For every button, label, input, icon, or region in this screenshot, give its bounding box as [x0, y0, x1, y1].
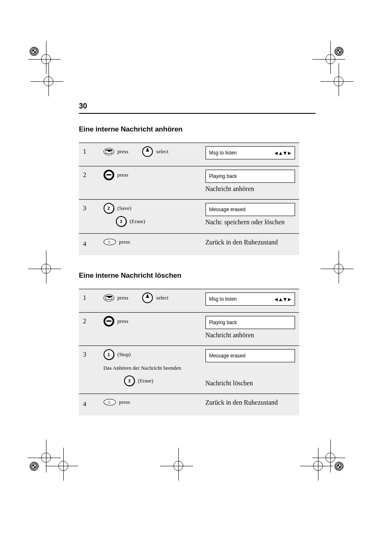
display-text: Playing back [209, 320, 237, 325]
display-text: Playing back [209, 173, 237, 179]
action-label: press [118, 148, 129, 155]
step-description: Nachr. speichern oder löschen [205, 219, 295, 226]
step-number: 4 [83, 239, 104, 248]
step-row: 4 C press Zurück in den Ruhezustand [79, 234, 299, 255]
crop-mark-icon [32, 45, 57, 70]
keypad-button-icon: 2 [104, 203, 114, 214]
display-text: Msg to listen [209, 296, 237, 302]
knob-icon [142, 292, 153, 303]
lcd-display: Playing back [205, 170, 295, 183]
nav-arrows-icon: ◄▲▼► [274, 296, 291, 302]
step-description: Nachricht löschen [205, 380, 295, 387]
step-description: Zurück in den Ruhezustand [205, 399, 295, 406]
page-content: 30 Eine interne Nachricht anhören 1 pres… [79, 102, 316, 415]
step-row: 2 press Playing back Nachricht anhören [79, 166, 299, 199]
knob-icon [142, 146, 153, 157]
action-label: press [119, 239, 130, 245]
cancel-button-icon: C [104, 239, 116, 245]
step-description: Zurück in den Ruhezustand [205, 239, 295, 246]
play-icon [104, 170, 114, 180]
lcd-display: Message erased [205, 349, 295, 362]
display-text: Message erased [209, 353, 246, 359]
section-title-delete: Eine interne Nachricht löschen [79, 272, 316, 280]
section-title-listen: Eine interne Nachricht anhören [79, 125, 316, 134]
action-label: select [156, 148, 168, 155]
step-description: Nachricht anhören [205, 185, 295, 193]
step-description: Nachricht anhören [205, 332, 295, 339]
action-label: (Stop) [118, 351, 131, 358]
crop-mark-icon [304, 452, 329, 477]
play-icon [104, 316, 114, 327]
page-number: 30 [79, 102, 316, 111]
step-number: 3 [83, 349, 104, 358]
action-label: press [118, 295, 129, 301]
step-number: 1 [83, 292, 104, 302]
crop-mark-icon [325, 255, 349, 279]
crop-mark-icon [35, 67, 59, 92]
step-row: 1 press select Msg to listen ◄▲▼► [79, 143, 299, 166]
display-text: Message erased [209, 207, 246, 212]
crop-mark-icon [325, 67, 349, 92]
lcd-display: Playing back [205, 316, 295, 329]
action-label: (Erase) [130, 218, 145, 225]
keypad-button-icon: 3 [116, 216, 127, 227]
lcd-display: Msg to listen ◄▲▼► [205, 146, 295, 159]
cancel-button-icon: C [104, 399, 116, 405]
action-label: press [119, 399, 130, 405]
step-description: Das Anhören der Nachricht beenden [104, 365, 205, 371]
step-number: 4 [83, 399, 104, 408]
step-row: 4 C press Zurück in den Ruhezustand [79, 394, 299, 415]
crop-mark-icon [164, 452, 189, 477]
action-label: press [118, 318, 129, 325]
action-label: (Erase) [138, 378, 154, 384]
lcd-display: Message erased [205, 203, 295, 216]
step-number: 2 [83, 316, 104, 325]
panel-listen: 1 press select Msg to listen ◄▲▼► 2 [79, 143, 299, 255]
mail-icon [104, 294, 114, 302]
display-text: Msg to listen [209, 150, 237, 156]
keypad-button-icon: 3 [124, 375, 135, 386]
step-number: 1 [83, 146, 104, 155]
crop-mark-icon [32, 255, 57, 279]
crop-mark-icon [49, 452, 74, 477]
lcd-display: Msg to listen ◄▲▼► [205, 292, 295, 306]
nav-arrows-icon: ◄▲▼► [274, 150, 291, 156]
action-label: (Save) [118, 205, 131, 212]
mail-icon [104, 148, 114, 155]
panel-delete: 1 press select Msg to listen ◄▲▼► 2 [79, 289, 299, 415]
step-row: 3 1 (Stop) Das Anhören der Nachricht bee… [79, 346, 299, 394]
step-row: 2 press Playing back Nachricht anhören [79, 313, 299, 345]
keypad-button-icon: 1 [104, 349, 114, 360]
action-label: select [156, 295, 168, 301]
header-rule [79, 113, 316, 114]
action-label: press [118, 172, 129, 178]
step-number: 3 [83, 203, 104, 212]
crop-mark-icon [316, 45, 341, 70]
step-number: 2 [83, 170, 104, 179]
step-row: 3 2 (Save) 3 (Erase) Message erased Nach… [79, 200, 299, 233]
step-row: 1 press select Msg to listen ◄▲▼► [79, 289, 299, 312]
